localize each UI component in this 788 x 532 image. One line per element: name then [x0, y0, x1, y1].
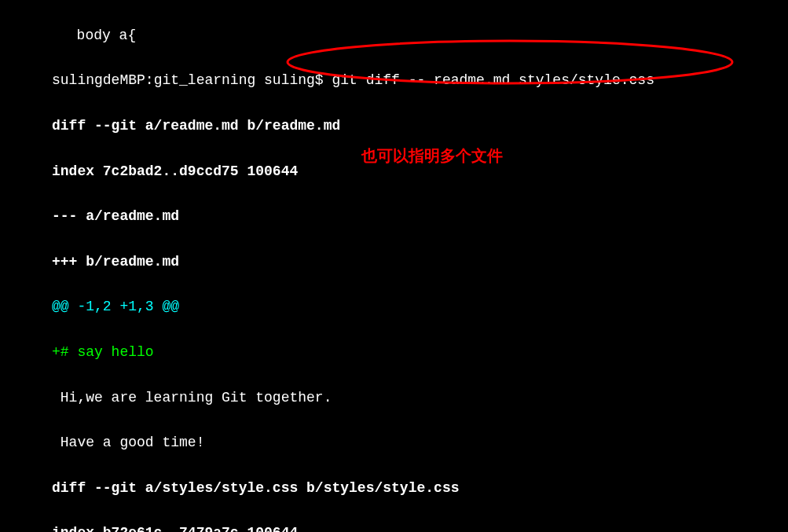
- diff-hunk-header: @@ -1,2 +1,3 @@: [52, 295, 788, 318]
- diff-add-line: +# say hello: [52, 341, 788, 364]
- diff-context-line: Have a good time!: [52, 431, 788, 454]
- annotation-text: 也可以指明多个文件: [361, 145, 503, 167]
- diff-plus-file: +++ b/readme.md: [52, 251, 788, 273]
- prompt-host: sulingdeMBP:: [52, 72, 154, 88]
- prompt-line: sulingdeMBP:git_learning suling$ git dif…: [52, 69, 788, 92]
- diff-index: index b72e61c..7479a7c 100644: [52, 522, 788, 532]
- diff-minus-file: --- a/readme.md: [52, 205, 788, 228]
- command-input: git diff -- readme.md styles/style.css: [332, 72, 654, 88]
- prompt-user: suling$: [264, 72, 332, 88]
- diff-context-line: Hi,we are learning Git together.: [52, 387, 788, 409]
- terminal-output[interactable]: body a{ sulingdeMBP:git_learning suling$…: [0, 2, 788, 532]
- code-line: body a{: [60, 24, 788, 47]
- prompt-path: git_learning: [154, 72, 264, 88]
- diff-header: diff --git a/readme.md b/readme.md: [52, 115, 788, 138]
- diff-header: diff --git a/styles/style.css b/styles/s…: [52, 477, 788, 500]
